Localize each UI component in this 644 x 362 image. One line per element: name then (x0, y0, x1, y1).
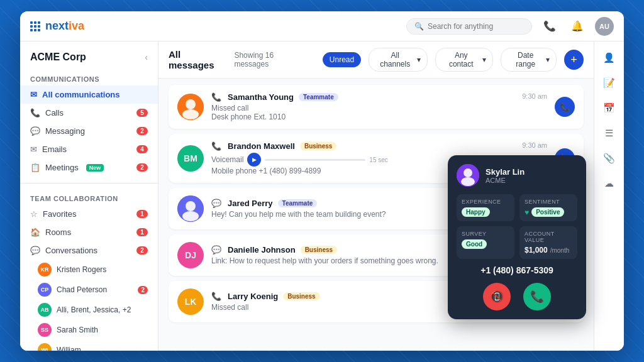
svg-point-7 (464, 168, 472, 177)
sidebar-item-label: Messaging (45, 126, 85, 136)
collapse-button[interactable]: ‹ (145, 52, 148, 62)
list-item[interactable]: WI William... (20, 340, 158, 351)
list-icon-button[interactable]: ☰ (598, 122, 621, 145)
contact-name: Alli, Brent, Jessica, +2 (57, 305, 131, 314)
avatar: KR (38, 263, 52, 277)
favorites-icon: ☆ (30, 209, 38, 219)
list-item[interactable]: KR Kristen Rogers (20, 260, 158, 280)
svg-point-1 (186, 99, 196, 109)
channels-filter-button[interactable]: All channels ▾ (369, 48, 428, 72)
contact-filter-button[interactable]: Any contact ▾ (435, 48, 493, 72)
message-time: 9:30 am (522, 92, 547, 100)
accept-call-button[interactable]: 📞 (523, 283, 551, 310)
tag-badge: Teammate (278, 199, 318, 207)
caller-phone: +1 (480) 867-5309 (457, 265, 577, 275)
sidebar-item-calls[interactable]: 📞 Calls 5 (20, 104, 158, 122)
user-avatar[interactable]: AU (595, 17, 614, 36)
contact-name: William... (57, 346, 87, 351)
survey-stat: SURVEY Good (457, 226, 514, 259)
caller-company: ACME (486, 177, 525, 184)
list-item[interactable]: CP Chad Peterson 2 (20, 280, 158, 300)
sidebar: ACME Corp ‹ Communications ✉ All communi… (20, 41, 158, 351)
add-button[interactable]: + (564, 50, 584, 70)
account-value-stat: ACCOUNT VALUE $1,000 /month (519, 226, 577, 259)
account-value-label: ACCOUNT VALUE (525, 231, 572, 243)
svg-point-4 (186, 201, 196, 211)
sidebar-header: ACME Corp ‹ (20, 52, 158, 70)
survey-label: SURVEY (462, 231, 509, 237)
meetings-new-badge: New (86, 164, 104, 172)
experience-value: Happy (462, 207, 490, 217)
sidebar-item-rooms[interactable]: 🏠 Rooms 1 (20, 223, 158, 241)
tag-badge: Business (301, 246, 337, 254)
sentiment-label: SENTIMENT (525, 199, 572, 205)
notes-icon-button[interactable]: 📝 (598, 72, 621, 94)
avatar: SS (38, 323, 52, 337)
end-call-button[interactable]: 📵 (483, 283, 511, 310)
call-back-button[interactable]: 📞 (555, 97, 575, 117)
sidebar-item-meetings[interactable]: 📋 Meetings New 2 (20, 158, 158, 177)
caller-stats: EXPERIENCE Happy SENTIMENT ♥ Positive SU… (457, 194, 577, 259)
avatar: CP (38, 283, 52, 297)
list-item[interactable]: AB Alli, Brent, Jessica, +2 (20, 300, 158, 320)
popup-header: Skylar Lin ACME (457, 164, 577, 187)
all-comm-icon: ✉ (30, 90, 37, 99)
search-input[interactable] (428, 22, 516, 31)
message-content: 📞 Samantha Young Teammate Missed call De… (211, 92, 514, 121)
contact-name: Chad Peterson (57, 285, 107, 294)
communications-label: Communications (20, 70, 158, 85)
chevron-down-icon: ▾ (546, 55, 550, 64)
svg-point-2 (182, 109, 199, 119)
bell-nav-button[interactable]: 🔔 (567, 16, 587, 36)
emails-badge: 4 (136, 145, 148, 153)
message-preview: Missed call (211, 104, 514, 112)
tag-badge: Business (300, 142, 336, 150)
sender-name: Larry Koenig (228, 292, 278, 301)
duration: 15 sec (369, 156, 387, 163)
chevron-down-icon: ▾ (482, 55, 486, 64)
calendar-icon-button[interactable]: 📅 (598, 97, 621, 119)
avatar: AB (38, 303, 52, 317)
tag-badge: Teammate (299, 93, 338, 101)
right-sidebar: 👤 📝 📅 ☰ 📎 ☁ (594, 41, 624, 351)
svg-point-8 (461, 177, 475, 186)
emails-icon: ✉ (30, 145, 37, 154)
attachment-icon-button[interactable]: 📎 (598, 147, 621, 170)
sidebar-item-conversations[interactable]: 💬 Conversations 2 (20, 241, 158, 260)
sender-name: Danielle Johnson (228, 245, 296, 255)
search-icon: 🔍 (414, 22, 424, 31)
team-collab-label: Team collaboration (20, 190, 158, 205)
contacts-icon-button[interactable]: 👤 (598, 47, 621, 69)
unread-filter-button[interactable]: Unread (323, 52, 361, 67)
call-popup: Skylar Lin ACME EXPERIENCE Happy SENTIME… (448, 155, 586, 319)
caller-name: Skylar Lin (486, 167, 525, 177)
date-filter-button[interactable]: Date range ▾ (501, 48, 557, 72)
heart-icon: ♥ (525, 208, 529, 217)
search-bar[interactable]: 🔍 (406, 18, 532, 35)
play-button[interactable]: ▶ (247, 153, 261, 167)
sidebar-item-favorites[interactable]: ☆ Favorites 1 (20, 205, 158, 223)
account-name: ACME Corp (30, 52, 86, 63)
list-item[interactable]: SS Sarah Smith (20, 320, 158, 340)
sidebar-item-label: Favorites (43, 209, 76, 219)
favorites-badge: 1 (136, 210, 148, 218)
phone-nav-button[interactable]: 📞 (540, 16, 560, 36)
cloud-icon-button[interactable]: ☁ (598, 172, 621, 195)
content-header: All messages Showing 16 messages Unread … (158, 41, 594, 79)
sidebar-item-emails[interactable]: ✉ Emails 4 (20, 140, 158, 158)
sidebar-item-messaging[interactable]: 💬 Messaging 2 (20, 122, 158, 140)
table-row[interactable]: 📞 Samantha Young Teammate Missed call De… (169, 85, 584, 129)
sidebar-item-all-communications[interactable]: ✉ All communications (20, 85, 158, 104)
app-window: nextiva 🔍 📞 🔔 AU ACME Corp ‹ Communicati… (20, 11, 624, 351)
sentiment-value: Positive (531, 207, 564, 217)
survey-value: Good (462, 239, 487, 249)
sidebar-item-label: Emails (42, 145, 67, 154)
sender-name: Brandon Maxwell (228, 141, 295, 151)
tag-badge: Business (283, 292, 319, 300)
calls-icon: 📞 (30, 108, 40, 118)
sidebar-item-label: Rooms (45, 228, 71, 237)
account-value-sub: /month (550, 247, 570, 254)
contact-badge: 2 (138, 286, 148, 294)
experience-stat: EXPERIENCE Happy (457, 194, 514, 221)
conversations-badge: 2 (136, 246, 148, 255)
